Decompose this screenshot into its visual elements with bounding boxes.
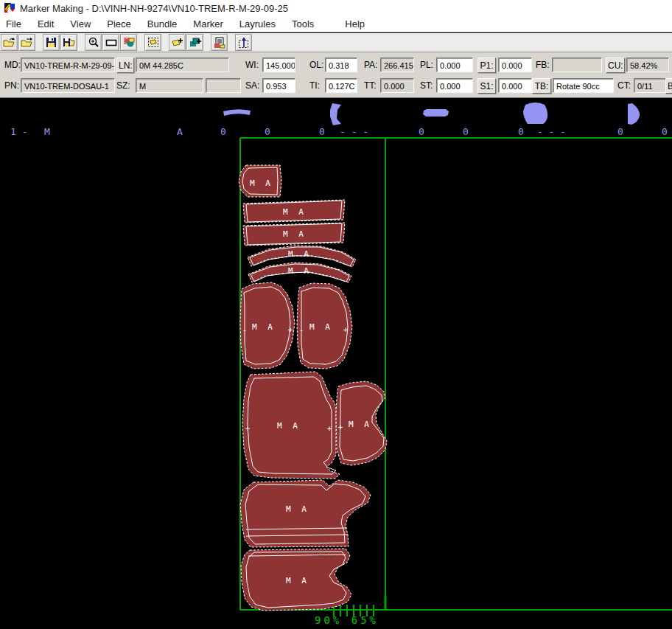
magnifier-icon (88, 37, 99, 49)
pattern-piece-5[interactable]: M A (248, 263, 351, 282)
piece-thumbnail-bracket[interactable] (330, 103, 341, 125)
open-next-marker-button[interactable] (18, 34, 35, 51)
pattern-piece-8[interactable]: ++M A (242, 372, 340, 479)
piece-count-dashes: - - - (537, 126, 566, 137)
piece-count: 0 (518, 126, 524, 137)
p1-field[interactable]: 0.000 (498, 58, 532, 72)
pl-label: PL: (420, 58, 433, 72)
menu-tools[interactable]: Tools (284, 18, 322, 29)
add-piece-button[interactable] (169, 34, 186, 51)
pattern-piece-6[interactable]: -+M A (240, 282, 295, 369)
piece-label: M A (288, 266, 312, 276)
return-piece-button[interactable] (235, 34, 252, 51)
pattern-piece-3[interactable]: M A (243, 223, 345, 246)
zoom-button[interactable] (85, 34, 102, 51)
open-folder-arrow-icon (21, 37, 33, 48)
piece-count-dashes: - - - (340, 126, 368, 137)
pattern-piece-7[interactable]: -+M A (297, 283, 352, 369)
piece-label: M A (252, 322, 276, 332)
menu-bundle[interactable]: Bundle (139, 18, 185, 29)
piece-count: 0 (419, 126, 424, 137)
piece-label: M A (250, 178, 273, 188)
st-field[interactable]: 0.000 (436, 78, 473, 93)
grain-mark: + (288, 325, 293, 335)
add-bundle-button[interactable] (186, 34, 203, 51)
ct-field[interactable]: 0/11 (634, 78, 669, 93)
ln-button[interactable]: LN: (116, 58, 134, 73)
select-piece-button[interactable] (144, 34, 161, 51)
pattern-piece-2[interactable]: M A (243, 200, 345, 223)
pattern-piece-9[interactable]: +M A (336, 381, 387, 465)
marker-svg[interactable]: M AM AM AM AM A-+M A-+M A++M A+M AM AM A (0, 98, 672, 629)
menu-edit[interactable]: Edit (29, 18, 62, 29)
ln-field[interactable]: 0M 44.285C (136, 58, 229, 72)
piece-colors-button[interactable] (120, 34, 137, 51)
open-marker-button[interactable] (1, 34, 18, 51)
marker-info-panel: MD: VN10-TREM-R-M-29-09-25 LN: 0M 44.285… (0, 52, 672, 98)
piece-label: M A (288, 249, 312, 259)
wi-label: WI: (245, 58, 259, 72)
md-field[interactable]: VN10-TREM-R-M-29-09-25 (21, 58, 115, 72)
tb-button[interactable]: TB: (532, 78, 551, 94)
s1-button[interactable]: S1: (477, 78, 496, 94)
menu-view[interactable]: View (62, 18, 99, 29)
menu-help[interactable]: Help (337, 18, 373, 29)
marker-report-button[interactable] (211, 34, 228, 51)
cu-button[interactable]: CU: (606, 58, 625, 73)
save-as-button[interactable] (60, 34, 77, 51)
edge-button[interactable]: B (665, 78, 672, 94)
return-piece-icon (238, 37, 250, 49)
p1-button[interactable]: P1: (477, 58, 496, 73)
pattern-piece-10[interactable]: M A (240, 480, 371, 547)
menu-marker[interactable]: Marker (185, 18, 231, 29)
ti-label: TI: (309, 78, 320, 93)
ti-field[interactable]: 0.127C (325, 78, 357, 93)
menu-layrules[interactable]: Layrules (231, 18, 284, 29)
add-bundle-icon (189, 37, 201, 48)
piece-count: 0 (319, 126, 325, 137)
pn-field[interactable]: VN10-TREM-DOSAU-1 (21, 78, 115, 93)
fb-field[interactable] (552, 58, 602, 72)
grain-mark: + (343, 325, 349, 335)
piece-count: 0 (617, 126, 623, 137)
menu-file[interactable]: File (0, 18, 29, 29)
app-logo-icon (4, 2, 15, 14)
piece-label: M A (309, 322, 333, 332)
wi-field[interactable]: 145.000 (262, 58, 295, 72)
marker-report-icon (214, 37, 225, 49)
piece-thumbnail-strip-2[interactable] (423, 109, 449, 117)
pa-field[interactable]: 266.415 (380, 58, 414, 72)
menu-bar: File Edit View Piece Bundle Marker Layru… (0, 16, 672, 32)
ct-label: CT: (617, 78, 631, 93)
menu-piece[interactable]: Piece (99, 18, 139, 29)
marker-canvas[interactable]: M AM AM AM AM A-+M A-+M A++M A+M AM AM A… (0, 98, 672, 629)
pa-label: PA: (364, 58, 377, 72)
full-view-button[interactable] (102, 34, 119, 51)
sz-field[interactable]: M (136, 78, 203, 93)
sz-field-2[interactable] (206, 78, 241, 93)
piece-label: M A (277, 421, 301, 431)
tb-field[interactable]: Rotate 90cc (553, 78, 614, 93)
save-icon (46, 37, 57, 48)
cu-field[interactable]: 58.42% (626, 58, 669, 72)
title-bar[interactable]: Marker Making - D:\VINH-NH-9274\VN10-TRE… (0, 0, 672, 16)
annotation-label: A (177, 126, 183, 137)
grain-mark: + (327, 424, 332, 434)
piece-thumbnail-half-round[interactable] (628, 103, 640, 125)
md-label: MD: (4, 58, 21, 72)
grain-mark: - (242, 325, 248, 335)
tt-field[interactable]: 0.000 (380, 78, 414, 93)
sa-label: SA: (245, 78, 259, 93)
pattern-piece-1[interactable]: M A (239, 165, 281, 197)
save-button[interactable] (43, 34, 60, 51)
piece-label: M A (349, 420, 372, 429)
pl-field[interactable]: 0.000 (436, 58, 473, 72)
piece-thumbnail-strip-1[interactable] (223, 109, 251, 116)
grain-mark: - (299, 325, 304, 335)
sa-field[interactable]: 0.953 (262, 78, 295, 93)
piece-thumbnail-large-blob[interactable] (523, 102, 547, 124)
pattern-piece-11[interactable]: M A (241, 549, 351, 611)
size-label: M (44, 126, 50, 137)
ol-field[interactable]: 0.318 (325, 58, 357, 72)
s1-field[interactable]: 0.000 (498, 78, 532, 93)
